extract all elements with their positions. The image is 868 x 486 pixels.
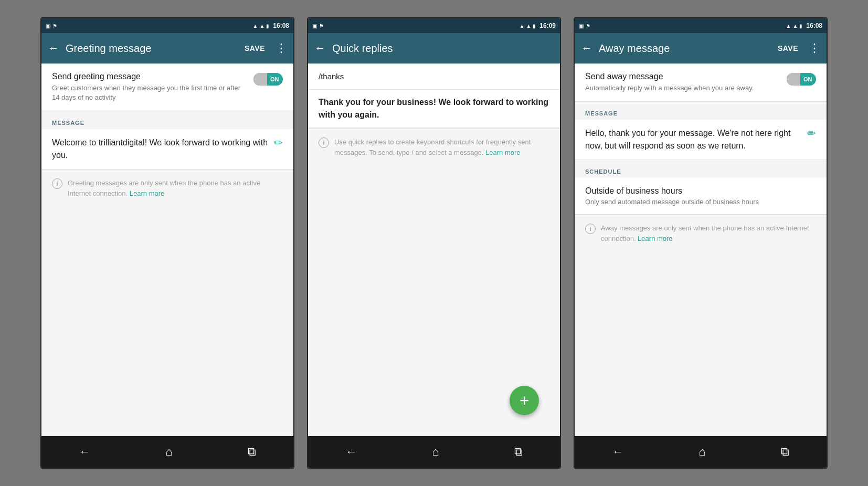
status-icons-right-2: ▲ ▲ ▮ 16:09	[519, 22, 556, 29]
schedule-section-3[interactable]: Outside of business hours Only send auto…	[575, 178, 827, 215]
info-row-1: i Greeting messages are only sent when t…	[41, 170, 293, 207]
add-quick-reply-fab[interactable]: +	[510, 386, 539, 415]
screenshot-icon-2: ▣	[312, 23, 317, 29]
nav-recents-3[interactable]: ⧉	[781, 445, 789, 459]
nav-home-1[interactable]: ⌂	[165, 445, 172, 459]
signal-icon-1: ▲	[259, 23, 264, 29]
battery-icon-3: ▮	[799, 23, 802, 29]
content-3: Send away message Automatically reply wi…	[575, 64, 827, 436]
toggle-on-label-3: ON	[800, 73, 816, 86]
nav-back-1[interactable]: ←	[79, 445, 90, 459]
wifi-icon-2: ▲	[519, 23, 524, 29]
info-icon-1: i	[52, 178, 62, 189]
greeting-screen: ▣ ⚑ ▲ ▲ ▮ 16:08 ← Greeting message SAVE …	[40, 17, 294, 469]
message-label-3: MESSAGE	[585, 110, 618, 117]
toggle-track-3[interactable]: ON	[787, 73, 816, 86]
quick-reply-message: Thank you for your business! We look for…	[308, 90, 560, 128]
learn-more-link-1[interactable]: Learn more	[130, 189, 164, 197]
back-button-3[interactable]: ←	[581, 41, 592, 55]
screenshot-icon: ▣	[46, 23, 50, 29]
page-title-3: Away message	[599, 43, 771, 55]
nav-bar-2: ← ⌂ ⧉	[308, 436, 560, 468]
toolbar-1: ← Greeting message SAVE ⋮	[41, 33, 293, 64]
time-display-2: 16:09	[539, 22, 556, 29]
content-2: /thanks Thank you for your business! We …	[308, 64, 560, 436]
back-button-1[interactable]: ←	[48, 41, 59, 55]
toggle-text-1: Send greeting message Greet customers wh…	[52, 72, 247, 102]
flag-icon-2: ⚑	[319, 23, 324, 29]
message-row-1[interactable]: Welcome to trilliantdigital! We look for…	[41, 129, 293, 170]
toggle-title-1: Send greeting message	[52, 72, 247, 81]
toggle-title-3: Send away message	[585, 72, 780, 81]
nav-bar-3: ← ⌂ ⧉	[575, 436, 827, 468]
signal-icon-2: ▲	[526, 23, 531, 29]
page-title-1: Greeting message	[66, 43, 238, 55]
learn-more-link-3[interactable]: Learn more	[638, 235, 672, 242]
toggle-desc-3: Automatically reply with a message when …	[585, 83, 780, 93]
nav-recents-1[interactable]: ⧉	[248, 445, 256, 459]
message-label-section-3: MESSAGE	[575, 102, 827, 120]
screenshot-icon-3: ▣	[579, 23, 584, 29]
battery-icon-2: ▮	[533, 23, 536, 29]
message-label-1: MESSAGE	[52, 120, 84, 126]
status-icons-left-3: ▣ ⚑	[579, 23, 590, 29]
schedule-label-section-3: SCHEDULE	[575, 160, 827, 178]
toggle-on-label-1: ON	[267, 73, 282, 86]
schedule-title-3: Outside of business hours	[585, 186, 816, 196]
time-display-1: 16:08	[273, 22, 289, 29]
toolbar-2: ← Quick replies	[308, 33, 560, 64]
toggle-off-1	[253, 73, 267, 86]
away-message-screen: ▣ ⚑ ▲ ▲ ▮ 16:08 ← Away message SAVE ⋮	[574, 17, 828, 469]
info-row-3: i Away messages are only sent when the p…	[575, 215, 827, 252]
quick-replies-screen: ▣ ⚑ ▲ ▲ ▮ 16:09 ← Quick replies /thanks …	[307, 17, 561, 469]
toggle-section-3: Send away message Automatically reply wi…	[575, 64, 827, 102]
save-button-1[interactable]: SAVE	[245, 44, 265, 52]
info-text-2: Use quick replies to create keyboard sho…	[334, 137, 549, 157]
nav-home-3[interactable]: ⌂	[698, 445, 705, 459]
signal-icon-3: ▲	[792, 23, 798, 29]
message-content-1: Welcome to trilliantdigital! We look for…	[52, 136, 270, 162]
edit-message-button-3[interactable]: ✏	[807, 127, 816, 140]
nav-back-3[interactable]: ←	[612, 445, 623, 459]
toolbar-3: ← Away message SAVE ⋮	[575, 33, 827, 64]
nav-bar-1: ← ⌂ ⧉	[41, 436, 293, 468]
status-icons-right: ▲ ▲ ▮ 16:08	[252, 22, 289, 29]
info-text-3: Away messages are only sent when the pho…	[601, 223, 816, 244]
page-title-2: Quick replies	[332, 43, 554, 55]
flag-icon-3: ⚑	[586, 23, 590, 29]
save-button-3[interactable]: SAVE	[778, 44, 798, 52]
edit-message-button-1[interactable]: ✏	[274, 136, 283, 149]
info-icon-3: i	[585, 224, 596, 234]
back-button-2[interactable]: ←	[314, 41, 326, 55]
nav-back-2[interactable]: ←	[345, 445, 357, 459]
nav-home-2[interactable]: ⌂	[432, 445, 439, 459]
message-row-3[interactable]: Hello, thank you for your message. We're…	[575, 120, 827, 160]
schedule-desc-3: Only send automated message outside of b…	[585, 198, 816, 206]
schedule-label-3: SCHEDULE	[585, 168, 621, 175]
toggle-track-1[interactable]: ON	[253, 73, 283, 86]
toggle-off-3	[787, 73, 800, 86]
status-icons-left-2: ▣ ⚑	[312, 23, 324, 29]
toggle-text-3: Send away message Automatically reply wi…	[585, 72, 780, 93]
status-bar-1: ▣ ⚑ ▲ ▲ ▮ 16:08	[41, 18, 293, 33]
toggle-switch-1[interactable]: ON	[253, 73, 283, 86]
toggle-switch-3[interactable]: ON	[787, 73, 816, 86]
flag-icon: ⚑	[52, 23, 57, 29]
battery-icon-1: ▮	[266, 23, 269, 29]
nav-recents-2[interactable]: ⧉	[514, 445, 523, 459]
status-bar-3: ▣ ⚑ ▲ ▲ ▮ 16:08	[575, 18, 827, 33]
toggle-section-1: Send greeting message Greet customers wh…	[41, 64, 293, 111]
info-icon-2: i	[319, 138, 329, 148]
message-label-section-1: MESSAGE	[41, 111, 293, 129]
toggle-desc-1: Greet customers when they message you th…	[52, 83, 247, 102]
message-content-3: Hello, thank you for your message. We're…	[585, 127, 803, 152]
more-options-button-1[interactable]: ⋮	[276, 41, 287, 55]
time-display-3: 16:08	[806, 22, 822, 29]
learn-more-link-2[interactable]: Learn more	[485, 149, 520, 156]
info-text-content-3: Away messages are only sent when the pho…	[601, 224, 809, 242]
more-options-button-3[interactable]: ⋮	[809, 41, 820, 55]
info-text-1: Greeting messages are only sent when the…	[68, 178, 283, 198]
wifi-icon-3: ▲	[786, 23, 791, 29]
quick-reply-shortcut[interactable]: /thanks	[308, 64, 560, 90]
status-icons-left: ▣ ⚑	[46, 23, 57, 29]
